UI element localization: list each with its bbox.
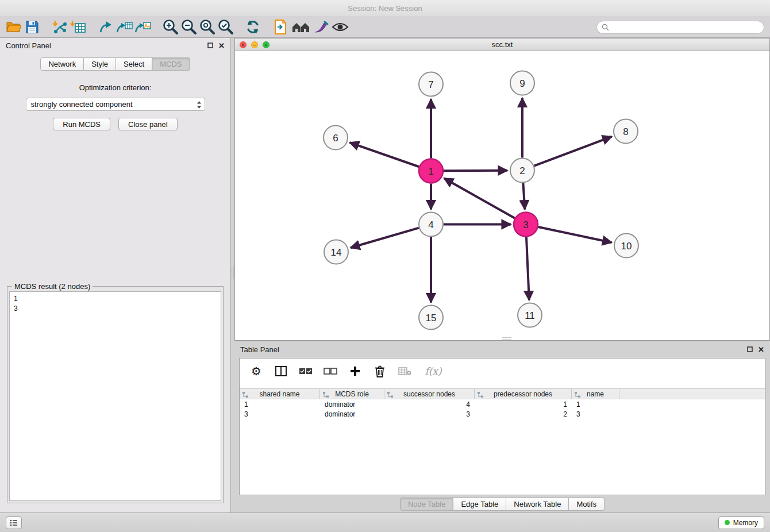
column-header-successor-nodes[interactable]: successor nodes — [384, 389, 475, 399]
table-cell-shared-name: 1 — [240, 400, 320, 408]
delete-column-button[interactable] — [372, 364, 387, 379]
search-input[interactable] — [612, 24, 759, 32]
tab-network[interactable]: Network — [40, 57, 84, 71]
svg-text:7: 7 — [428, 79, 433, 90]
graph-edge-3-11[interactable] — [526, 237, 529, 300]
zoom-selected-button[interactable] — [216, 18, 234, 36]
toolbar-search — [596, 21, 764, 34]
open-file-button[interactable] — [5, 18, 23, 36]
tab-node-table[interactable]: Node Table — [400, 498, 454, 511]
svg-text:9: 9 — [519, 78, 525, 89]
graph-node-1[interactable]: 1 — [419, 159, 443, 183]
graph-node-4[interactable]: 4 — [419, 213, 443, 237]
splitter-grip-icon — [232, 267, 234, 279]
float-table-panel-icon[interactable] — [746, 346, 753, 353]
control-panel: Control Panel ✕ Network Style Select MCD… — [0, 38, 231, 512]
table-row[interactable]: 3dominator323 — [240, 409, 765, 419]
mcds-result-list[interactable]: 13 — [9, 291, 221, 501]
column-header-shared-name[interactable]: shared name — [240, 389, 320, 399]
open-folder-icon — [6, 21, 21, 33]
minimize-window-icon[interactable]: − — [251, 41, 258, 48]
tab-motifs[interactable]: Motifs — [569, 498, 605, 511]
close-window-icon[interactable]: × — [240, 41, 247, 48]
zoom-out-button[interactable] — [179, 18, 198, 36]
tab-edge-table[interactable]: Edge Table — [453, 498, 506, 511]
column-label: name — [587, 390, 604, 398]
graph-node-8[interactable]: 8 — [614, 119, 638, 144]
network-canvas[interactable]: 7968124314101511 — [235, 51, 769, 340]
columns-icon — [275, 366, 287, 376]
eye-icon — [332, 21, 349, 33]
search-icon — [602, 24, 609, 31]
show-columns-button[interactable] — [274, 364, 288, 379]
graph-edge-1-6[interactable] — [350, 142, 419, 167]
delete-table-button[interactable] — [397, 364, 412, 379]
export-image-icon — [134, 20, 151, 34]
table-settings-button[interactable]: ⚙ — [249, 364, 264, 379]
style-button[interactable] — [313, 18, 331, 36]
close-table-panel-icon[interactable]: ✕ — [758, 345, 764, 354]
memory-button[interactable]: Memory — [718, 516, 764, 529]
graph-edge-2-3[interactable] — [523, 183, 525, 209]
memory-status-icon — [725, 520, 730, 525]
select-all-button[interactable] — [298, 364, 313, 379]
graph-node-11[interactable]: 11 — [518, 303, 542, 327]
graph-node-14[interactable]: 14 — [324, 240, 348, 264]
function-icon: f(x) — [425, 365, 441, 377]
svg-text:15: 15 — [426, 313, 437, 323]
close-panel-icon[interactable]: ✕ — [218, 41, 225, 50]
home-button[interactable] — [290, 18, 313, 36]
trash-icon — [375, 365, 385, 377]
graph-edge-3-1[interactable] — [444, 178, 515, 218]
export-table-button[interactable] — [115, 18, 133, 36]
apply-function-button[interactable]: f(x) — [422, 364, 445, 379]
export-image-button[interactable] — [133, 18, 152, 36]
main-toolbar — [0, 16, 770, 38]
refresh-button[interactable] — [244, 18, 262, 36]
graph-node-9[interactable]: 9 — [510, 71, 534, 95]
graph-edge-3-10[interactable] — [538, 227, 612, 242]
report-button[interactable] — [271, 18, 290, 36]
window-resize-grip-icon[interactable] — [502, 337, 511, 340]
task-history-button[interactable] — [6, 516, 22, 529]
column-header-name[interactable]: name — [572, 389, 619, 399]
tab-network-table[interactable]: Network Table — [506, 498, 569, 511]
add-column-button[interactable] — [348, 364, 363, 379]
graph-node-3[interactable]: 3 — [514, 213, 538, 237]
graph-edge-2-8[interactable] — [534, 137, 612, 166]
graph-edge-4-14[interactable] — [351, 228, 419, 248]
tab-mcds[interactable]: MCDS — [152, 57, 190, 71]
style-brush-icon — [314, 20, 330, 34]
graph-node-15[interactable]: 15 — [419, 306, 443, 330]
graph-node-10[interactable]: 10 — [614, 234, 638, 258]
deselect-all-button[interactable] — [323, 364, 338, 379]
zoom-in-button[interactable] — [161, 18, 179, 36]
zoom-fit-button[interactable] — [198, 18, 216, 36]
graph-node-6[interactable]: 6 — [324, 126, 348, 150]
svg-text:1: 1 — [428, 166, 433, 177]
column-header-mcds-role[interactable]: MCDS role — [320, 389, 384, 399]
delete-table-icon — [398, 367, 411, 376]
show-hide-button[interactable] — [331, 18, 349, 36]
import-table-button[interactable] — [69, 18, 87, 36]
svg-text:8: 8 — [623, 126, 628, 137]
graph-node-2[interactable]: 2 — [510, 159, 534, 183]
table-cell-name: 1 — [572, 400, 619, 408]
table-row[interactable]: 1dominator411 — [240, 399, 765, 409]
result-line: 1 — [14, 294, 217, 304]
float-panel-icon[interactable] — [207, 42, 214, 49]
criterion-dropdown[interactable]: strongly connected component — [26, 98, 205, 111]
tab-select[interactable]: Select — [116, 57, 152, 71]
zoom-window-icon[interactable]: + — [263, 41, 270, 48]
import-network-button[interactable] — [51, 18, 69, 36]
network-window-titlebar: × − + scc.txt — [235, 38, 769, 51]
column-header-predecessor-nodes[interactable]: predecessor nodes — [475, 389, 572, 399]
tab-style[interactable]: Style — [84, 57, 116, 71]
close-panel-button[interactable]: Close panel — [118, 118, 178, 130]
export-network-button[interactable] — [97, 18, 115, 36]
graph-edge-1-2[interactable] — [444, 171, 507, 171]
save-session-button[interactable] — [23, 18, 41, 36]
graph-node-7[interactable]: 7 — [419, 72, 443, 97]
run-mcds-button[interactable]: Run MCDS — [53, 118, 110, 130]
table-cell-successor-nodes: 4 — [384, 400, 475, 408]
